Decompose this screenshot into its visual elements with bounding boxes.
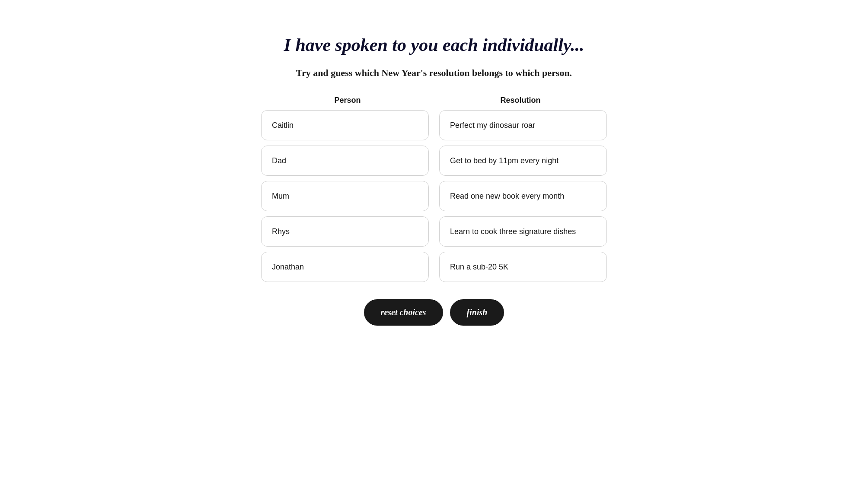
page-subtitle: Try and guess which New Year's resolutio…: [296, 67, 572, 79]
columns-body: CaitlinDadMumRhysJonathan Perfect my din…: [261, 110, 607, 282]
page-container: I have spoken to you each individually..…: [261, 35, 607, 326]
person-card-dad[interactable]: Dad: [261, 146, 429, 176]
person-column-header: Person: [261, 96, 434, 105]
resolutions-column: Perfect my dinosaur roarGet to bed by 11…: [439, 110, 607, 282]
person-card-rhys[interactable]: Rhys: [261, 216, 429, 247]
columns-header: Person Resolution: [261, 96, 607, 105]
resolution-card-res1[interactable]: Perfect my dinosaur roar: [439, 110, 607, 140]
person-card-mum[interactable]: Mum: [261, 181, 429, 211]
finish-button[interactable]: finish: [450, 299, 504, 326]
persons-column: CaitlinDadMumRhysJonathan: [261, 110, 429, 282]
person-card-jonathan[interactable]: Jonathan: [261, 252, 429, 282]
resolution-column-header: Resolution: [434, 96, 607, 105]
resolution-card-res2[interactable]: Get to bed by 11pm every night: [439, 146, 607, 176]
buttons-row: reset choices finish: [364, 299, 504, 326]
person-card-caitlin[interactable]: Caitlin: [261, 110, 429, 140]
resolution-card-res4[interactable]: Learn to cook three signature dishes: [439, 216, 607, 247]
resolution-card-res5[interactable]: Run a sub-20 5K: [439, 252, 607, 282]
page-title: I have spoken to you each individually..…: [284, 35, 584, 55]
reset-button[interactable]: reset choices: [364, 299, 443, 326]
resolution-card-res3[interactable]: Read one new book every month: [439, 181, 607, 211]
